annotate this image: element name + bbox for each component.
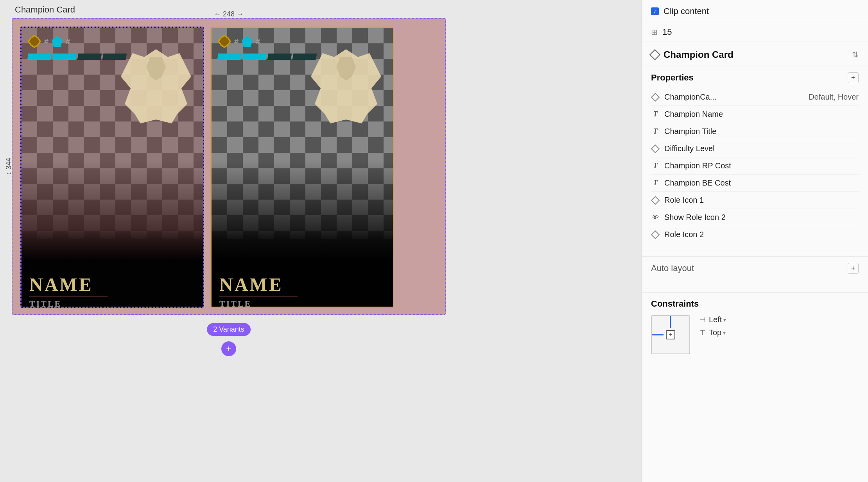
card-title-default: TITLE: [29, 299, 195, 308]
role-icon-2-label: Role Icon 2: [664, 230, 704, 239]
horizontal-chevron: ▾: [723, 317, 726, 323]
ability-bar-2: [52, 54, 77, 60]
horizontal-dropdown[interactable]: Left ▾: [709, 315, 726, 324]
hash-text-4: #: [256, 37, 260, 46]
champion-card-title: Champion Card: [664, 49, 733, 60]
rp-cost-label: Champion RP Cost: [664, 161, 731, 170]
cyan-icon: [52, 36, 63, 47]
card-frame[interactable]: ← 248 → ↕ 344 # #: [12, 18, 446, 315]
vertical-icon: ⊤: [699, 328, 706, 337]
divider-2: [642, 289, 868, 289]
variants-badge: 2 Variants: [207, 323, 251, 336]
role-icon-2-row[interactable]: Role Icon 2: [651, 226, 859, 243]
champion-card-hover[interactable]: # #: [210, 27, 394, 308]
constraints-section: Constraints ⊣ Left ▾ ⊤: [642, 292, 868, 361]
add-property-button[interactable]: +: [848, 72, 859, 83]
be-cost-label: Champion BE Cost: [664, 179, 731, 187]
horizontal-value: Left: [709, 315, 722, 324]
text-icon-2: T: [653, 127, 658, 136]
auto-layout-section: Auto layout +: [642, 256, 868, 286]
component-prop-label: ChampionCa...: [664, 93, 716, 102]
add-auto-layout-button[interactable]: +: [848, 263, 859, 274]
auto-layout-header: Auto layout +: [651, 263, 859, 274]
show-role-icon-2-icon: 👁: [651, 213, 660, 222]
card-title-hover: TITLE: [219, 299, 385, 308]
champion-name-icon: T: [651, 110, 660, 119]
text-icon-3: T: [653, 162, 658, 170]
champion-card-section-header: Champion Card ⇅: [642, 41, 868, 66]
card-bottom-default: NAME TITLE: [22, 229, 203, 307]
ability-bar-h1: [217, 54, 242, 60]
champion-card-default[interactable]: # #: [20, 27, 204, 308]
card-header-default: # #: [28, 35, 197, 48]
silhouette-svg-hover: [307, 45, 385, 127]
size-height-label: ↕ 344: [5, 158, 13, 175]
role-icon-1-row[interactable]: Role Icon 1: [651, 192, 859, 209]
properties-title: Properties: [651, 73, 694, 83]
ability-bar-1: [27, 54, 52, 60]
vertical-dropdown[interactable]: Top ▾: [709, 328, 726, 337]
role-icon-2-icon: [651, 230, 660, 239]
ability-bar-4: [102, 54, 127, 60]
champion-name-label: Champion Name: [664, 110, 723, 119]
component-diamond-icon: [649, 49, 660, 60]
gold-icon: [28, 35, 41, 48]
constraints-layout: ⊣ Left ▾ ⊤ Top ▾: [651, 315, 859, 354]
canvas-area: Champion Card ← 248 → ↕ 344: [0, 0, 641, 482]
component-property-row[interactable]: ChampionCa... Default, Hover: [651, 89, 859, 106]
text-icon-1: T: [653, 110, 658, 118]
sidebar: ✓ Clip content ⊞ 15 Champion Card ⇅ Prop…: [641, 0, 868, 482]
cards-wrapper: # #: [20, 27, 394, 308]
silhouette-svg: [117, 45, 195, 127]
hash-text-3: #: [234, 37, 239, 46]
constraint-options: ⊣ Left ▾ ⊤ Top ▾: [699, 315, 726, 337]
card-name-underline-default: [29, 296, 108, 296]
ability-bar-h2: [242, 54, 267, 60]
section-header-left: Champion Card: [651, 49, 733, 60]
auto-layout-title: Auto layout: [651, 263, 694, 273]
champion-title-row[interactable]: T Champion Title: [651, 123, 859, 140]
ability-bar-3: [77, 54, 102, 60]
gold-icon-hover: [218, 35, 231, 48]
properties-header: Properties +: [651, 72, 859, 83]
number-row: ⊞ 15: [642, 23, 868, 41]
clip-content-row: ✓ Clip content: [642, 0, 868, 23]
ability-bars-hover: [218, 54, 316, 60]
number-icon: ⊞: [651, 27, 658, 37]
constraint-line-left: [652, 334, 664, 336]
number-value: 15: [662, 27, 672, 37]
canvas-label: Champion Card: [15, 5, 75, 15]
card-name-default: NAME: [29, 275, 195, 294]
ability-bar-h4: [292, 54, 317, 60]
constraint-line-top: [670, 316, 671, 328]
clip-content-label: Clip content: [664, 6, 709, 16]
champion-name-row[interactable]: T Champion Name: [651, 106, 859, 123]
vertical-value: Top: [709, 328, 721, 337]
vertical-chevron: ▾: [723, 330, 726, 336]
clip-content-checkbox[interactable]: ✓: [651, 7, 659, 15]
role-icon-1-icon: [651, 196, 660, 205]
role-diamond-1: [651, 196, 660, 205]
hash-text-1: #: [44, 37, 48, 46]
difficulty-level-row[interactable]: Difficulty Level: [651, 140, 859, 157]
text-icon-4: T: [653, 179, 658, 187]
champion-rp-cost-row[interactable]: T Champion RP Cost: [651, 157, 859, 175]
card-bottom-hover: NAME TITLE: [212, 229, 393, 307]
constraint-center-dot: [666, 330, 675, 339]
horizontal-constraint[interactable]: ⊣ Left ▾: [699, 315, 726, 324]
card-name-hover: NAME: [219, 275, 385, 294]
settings-icon[interactable]: ⇅: [852, 50, 859, 59]
cyan-icon-hover: [242, 36, 253, 47]
component-prop-value: Default, Hover: [809, 93, 859, 102]
add-variant-button[interactable]: +: [221, 341, 236, 356]
component-diamond: [651, 93, 660, 102]
size-width-label: ← 248 →: [214, 10, 244, 18]
champion-be-cost-row[interactable]: T Champion BE Cost: [651, 175, 859, 192]
be-cost-icon: T: [651, 179, 660, 187]
constraint-box: [651, 315, 690, 354]
show-role-icon-2-row[interactable]: 👁 Show Role Icon 2: [651, 209, 859, 226]
vertical-constraint[interactable]: ⊤ Top ▾: [699, 328, 726, 337]
horizontal-icon: ⊣: [699, 316, 706, 324]
difficulty-icon: [651, 145, 660, 153]
ability-bars-default: [28, 54, 126, 60]
